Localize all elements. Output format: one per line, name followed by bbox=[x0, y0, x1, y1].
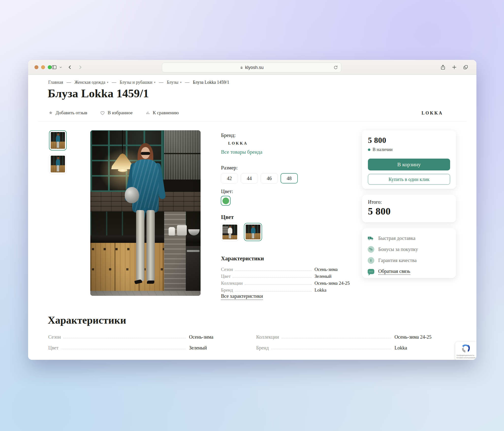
chevron-down-icon[interactable] bbox=[59, 65, 63, 69]
close-button[interactable] bbox=[34, 65, 38, 69]
total-value: 5 800 bbox=[368, 205, 450, 217]
window-controls bbox=[34, 65, 52, 69]
heart-icon bbox=[100, 110, 105, 116]
all-specs-link[interactable]: Все характеристики bbox=[221, 293, 263, 300]
color-variant-green[interactable] bbox=[244, 223, 262, 241]
back-button[interactable] bbox=[66, 64, 73, 70]
chevron-down-icon: ▾ bbox=[180, 81, 182, 84]
product-photo-thumbnail bbox=[51, 132, 65, 149]
breadcrumb-separator: — bbox=[66, 80, 71, 85]
breadcrumb: Главная — Женская одежда▾ — Блузы и руба… bbox=[48, 80, 229, 85]
truck-icon bbox=[367, 235, 374, 242]
brand-logo: LOKKA bbox=[422, 111, 443, 116]
main-product-image[interactable] bbox=[90, 130, 201, 296]
color-section-heading: Цвет bbox=[221, 214, 234, 220]
add-to-cart-button[interactable]: В корзину bbox=[368, 159, 450, 170]
lock-icon bbox=[240, 66, 243, 69]
spec-row: СезонОсень-зима bbox=[48, 332, 220, 340]
reload-icon[interactable] bbox=[333, 65, 338, 70]
gallery-thumbnail-2[interactable] bbox=[49, 154, 67, 174]
sidebar-icon[interactable] bbox=[51, 64, 58, 70]
specs-section-title: Характеристики bbox=[48, 314, 126, 326]
chevron-down-icon: ▾ bbox=[154, 81, 156, 84]
new-tab-icon[interactable] bbox=[451, 64, 458, 70]
photo-glass-cabinet bbox=[163, 130, 201, 180]
breadcrumb-separator: — bbox=[159, 80, 163, 85]
compare-bars-icon bbox=[145, 110, 150, 115]
spec-row: ЦветЗеленый bbox=[221, 272, 354, 279]
spec-row: БрендLokka bbox=[256, 343, 438, 351]
breadcrumb-separator: — bbox=[185, 80, 189, 85]
mini-specs-list: СезонОсень-зима ЦветЗеленый КоллекцииОсе… bbox=[221, 265, 354, 293]
recaptcha-badge[interactable]: Конфиденциальность -Условия использовани… bbox=[455, 342, 476, 360]
gallery-thumbnails bbox=[49, 130, 67, 174]
spec-row: КоллекцииОсень-зима 24-25 bbox=[256, 332, 438, 340]
size-label: Размер: bbox=[221, 165, 238, 171]
availability: В наличии bbox=[368, 147, 450, 152]
page-content: Главная — Женская одежда▾ — Блузы и руба… bbox=[28, 75, 476, 360]
browser-toolbar: klyosh.su bbox=[28, 60, 476, 75]
breadcrumb-item-blouses-shirts[interactable]: Блузы и рубашки▾ bbox=[120, 80, 155, 85]
recaptcha-icon bbox=[461, 344, 471, 353]
total-card: Итого: 5 800 bbox=[362, 195, 456, 222]
in-stock-dot bbox=[368, 149, 370, 151]
size-option-48[interactable]: 48 bbox=[281, 173, 298, 183]
minimize-button[interactable] bbox=[41, 65, 45, 69]
all-brand-products-link[interactable]: Все товары бренда bbox=[221, 149, 262, 155]
share-icon[interactable] bbox=[440, 64, 446, 70]
price-card: 5 800 В наличии В корзину Купить в один … bbox=[362, 130, 456, 189]
browser-window: klyosh.su Главная — Женская одежда▾ — Бл… bbox=[28, 60, 476, 360]
color-label: Цвет: bbox=[221, 188, 233, 195]
spec-row: БрендLokka bbox=[221, 286, 354, 293]
star-icon bbox=[48, 110, 53, 115]
color-variants bbox=[221, 223, 262, 241]
chevron-down-icon: ▾ bbox=[107, 81, 109, 84]
photo-model bbox=[127, 143, 167, 291]
chat-icon: ··· bbox=[367, 268, 374, 275]
forward-button[interactable] bbox=[77, 64, 84, 70]
address-bar[interactable]: klyosh.su bbox=[162, 63, 341, 72]
tab-overview-icon[interactable] bbox=[462, 64, 469, 70]
percent-icon: % bbox=[367, 246, 374, 253]
info-icon: i bbox=[367, 257, 374, 264]
color-swatch-green[interactable] bbox=[221, 196, 231, 206]
product-photo-thumbnail bbox=[51, 156, 65, 172]
product-actions: Добавить отзыв В избранное К сравнению bbox=[48, 110, 179, 116]
breadcrumb-item-current: Блуза Lokka 1459/1 bbox=[193, 80, 229, 85]
divider bbox=[38, 121, 467, 121]
brand-label: Бренд: bbox=[221, 132, 236, 138]
one-click-buy-button[interactable]: Купить в один клик bbox=[368, 174, 450, 185]
size-option-44[interactable]: 44 bbox=[241, 173, 258, 183]
favorite-button[interactable]: В избранное bbox=[100, 110, 132, 116]
feature-bonuses: % Бонусы за покупку bbox=[367, 244, 451, 255]
breadcrumb-item-home[interactable]: Главная bbox=[48, 80, 63, 85]
feedback-link[interactable]: ··· Обратная связь bbox=[367, 266, 451, 277]
breadcrumb-separator: — bbox=[112, 80, 116, 85]
specs-column-right: КоллекцииОсень-зима 24-25 БрендLokka bbox=[256, 332, 438, 354]
spec-row: ЦветЗеленый bbox=[48, 343, 220, 351]
green-swatch-dot bbox=[222, 198, 229, 204]
price: 5 800 bbox=[368, 136, 450, 145]
mini-specs-title: Характеристики bbox=[221, 255, 264, 262]
specs-column-left: СезонОсень-зима ЦветЗеленый bbox=[48, 332, 220, 354]
size-options: 42 44 46 48 bbox=[221, 173, 298, 183]
gallery-thumbnail-1[interactable] bbox=[49, 130, 67, 150]
size-option-42[interactable]: 42 bbox=[221, 173, 238, 183]
add-review-button[interactable]: Добавить отзыв bbox=[48, 110, 87, 116]
feature-quality: i Гарантия качества bbox=[367, 255, 451, 266]
size-option-46[interactable]: 46 bbox=[261, 173, 278, 183]
breadcrumb-item-blouses[interactable]: Блузы▾ bbox=[167, 80, 182, 85]
total-label: Итого: bbox=[368, 199, 450, 205]
page-title: Блуза Lokka 1459/1 bbox=[48, 87, 149, 100]
color-variant-white[interactable] bbox=[221, 223, 239, 241]
url-text: klyosh.su bbox=[245, 65, 264, 70]
spec-row: СезонОсень-зима bbox=[221, 265, 354, 272]
breadcrumb-item-womens-clothing[interactable]: Женская одежда▾ bbox=[74, 80, 108, 85]
feature-fast-delivery: Быстрая доставка bbox=[367, 233, 451, 244]
spec-row: КоллекцииОсень-зима 24-25 bbox=[221, 279, 354, 286]
features-card: Быстрая доставка % Бонусы за покупку i Г… bbox=[362, 228, 456, 278]
compare-button[interactable]: К сравнению bbox=[145, 110, 179, 116]
brand-logo-small: LOKKA bbox=[228, 141, 248, 146]
